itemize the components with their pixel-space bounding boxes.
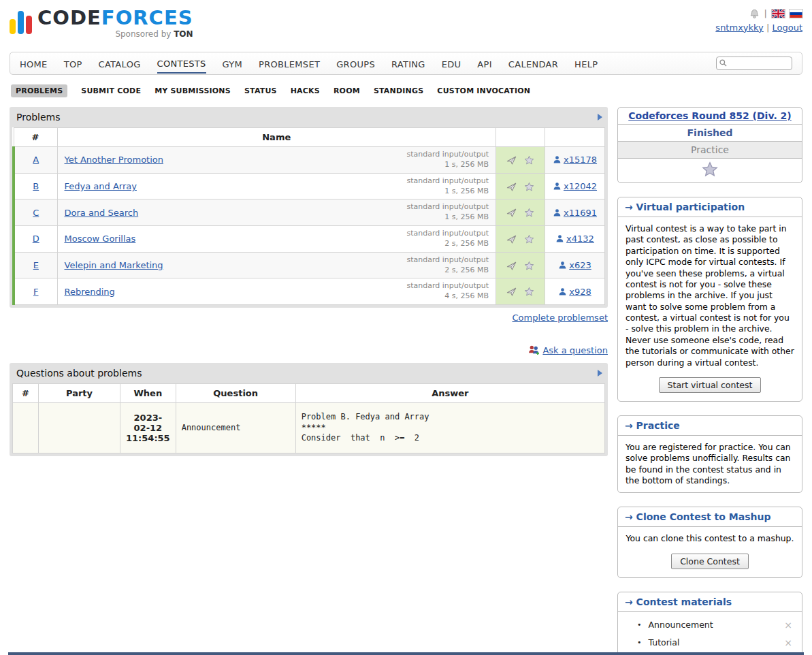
contest-status: Finished xyxy=(618,125,802,142)
table-row: A Yet Another Promotion standard input/o… xyxy=(14,147,605,174)
collapse-arrow-icon[interactable] xyxy=(598,370,602,377)
favorite-contest-star-icon[interactable] xyxy=(702,161,718,178)
nav-item-top[interactable]: TOP xyxy=(64,54,82,73)
favorite-star-icon[interactable] xyxy=(524,208,534,218)
subnav-hacks[interactable]: HACKS xyxy=(291,86,320,95)
problem-constraints: standard input/output1 s, 256 MB xyxy=(406,202,489,223)
language-english-flag-icon[interactable] xyxy=(772,10,785,18)
nav-item-catalog[interactable]: CATALOG xyxy=(99,54,141,73)
virtual-participation-box: → Virtual participation Virtual contest … xyxy=(617,197,802,402)
submit-plane-icon[interactable] xyxy=(506,234,517,244)
close-icon[interactable]: × xyxy=(781,620,795,630)
problem-index-link[interactable]: A xyxy=(33,155,39,165)
problem-name-link[interactable]: Dora and Search xyxy=(65,208,139,218)
solved-person-icon xyxy=(558,261,567,270)
search-icon xyxy=(719,59,728,67)
problem-index-link[interactable]: F xyxy=(33,287,38,297)
list-item: • Announcement × xyxy=(625,616,796,634)
practice-text: You are registered for practice. You can… xyxy=(618,436,802,493)
solved-count-link[interactable]: x12042 xyxy=(564,181,597,191)
subnav-room[interactable]: ROOM xyxy=(334,86,360,95)
subnav-problems[interactable]: PROBLEMS xyxy=(11,84,67,97)
nav-item-contests[interactable]: CONTESTS xyxy=(157,54,206,74)
nav-item-help[interactable]: HELP xyxy=(574,54,598,73)
contest-mode: Practice xyxy=(618,142,802,159)
practice-title: → Practice xyxy=(618,416,802,436)
submit-plane-icon[interactable] xyxy=(506,155,517,165)
favorite-star-icon[interactable] xyxy=(524,234,534,244)
submit-plane-icon[interactable] xyxy=(506,208,517,218)
favorite-star-icon[interactable] xyxy=(524,261,534,271)
question-text: Announcement xyxy=(176,403,295,453)
nav-item-home[interactable]: HOME xyxy=(20,54,48,73)
nav-item-edu[interactable]: EDU xyxy=(442,54,461,73)
clone-mashup-box: → Clone Contest to Mashup You can clone … xyxy=(617,507,802,577)
clone-contest-button[interactable]: Clone Contest xyxy=(671,554,749,569)
question-party xyxy=(39,403,120,453)
material-announcement-link[interactable]: Announcement xyxy=(649,620,782,630)
submit-plane-icon[interactable] xyxy=(506,182,517,192)
table-row: F Rebrending standard input/output4 s, 2… xyxy=(14,278,605,305)
nav-item-problemset[interactable]: PROBLEMSET xyxy=(259,54,320,73)
problem-name-link[interactable]: Fedya and Array xyxy=(65,181,137,191)
nav-item-api[interactable]: API xyxy=(477,54,491,73)
logout-link[interactable]: Logout xyxy=(772,22,802,33)
questions-caption: Questions about problems xyxy=(12,366,605,383)
sponsor-brand[interactable]: TON xyxy=(174,29,193,39)
nav-item-groups[interactable]: GROUPS xyxy=(336,54,375,73)
clone-mashup-text: You can clone this contest to a mashup. xyxy=(618,527,802,550)
separator: | xyxy=(766,22,769,33)
material-tutorial-link[interactable]: Tutorial xyxy=(649,637,782,648)
username-link[interactable]: sntmxykky xyxy=(715,22,763,33)
codeforces-logo[interactable]: CODEFORCES Sponsored by TON xyxy=(10,5,193,39)
main-navigation: HOME TOP CATALOG CONTESTS GYM PROBLEMSET… xyxy=(10,52,802,75)
column-header-question: Question xyxy=(176,384,295,403)
sponsor-line: Sponsored by TON xyxy=(37,29,193,39)
column-header-party: Party xyxy=(39,384,120,403)
language-russian-flag-icon[interactable] xyxy=(790,10,802,18)
subnav-status[interactable]: STATUS xyxy=(244,86,277,95)
table-row: B Fedya and Array standard input/output1… xyxy=(14,173,605,199)
favorite-star-icon[interactable] xyxy=(524,155,534,165)
solved-count-link[interactable]: x15178 xyxy=(564,155,597,165)
submit-plane-icon[interactable] xyxy=(506,261,517,271)
column-header-solved xyxy=(545,128,605,147)
ask-question-link[interactable]: Ask a question xyxy=(542,345,608,355)
nav-item-gym[interactable]: GYM xyxy=(223,54,242,73)
problem-index-link[interactable]: D xyxy=(33,234,39,244)
solved-count-link[interactable]: x11691 xyxy=(564,208,597,218)
start-virtual-contest-button[interactable]: Start virtual contest xyxy=(659,377,762,393)
solved-count-link[interactable]: x4132 xyxy=(566,234,594,244)
complete-problemset-link[interactable]: Complete problemset xyxy=(513,313,608,323)
solved-count-link[interactable]: x928 xyxy=(569,287,591,297)
question-num xyxy=(13,403,39,453)
problem-name-link[interactable]: Velepin and Marketing xyxy=(65,260,163,270)
problem-index-link[interactable]: C xyxy=(33,208,39,218)
problem-constraints: standard input/output4 s, 256 MB xyxy=(406,281,489,302)
favorite-star-icon[interactable] xyxy=(524,287,534,297)
solved-person-icon xyxy=(553,208,562,217)
problem-index-link[interactable]: B xyxy=(33,181,39,191)
subnav-submit-code[interactable]: SUBMIT CODE xyxy=(81,86,141,95)
table-row: E Velepin and Marketing standard input/o… xyxy=(14,252,605,278)
problem-name-link[interactable]: Rebrending xyxy=(65,287,115,297)
problem-index-link[interactable]: E xyxy=(33,260,39,270)
nav-item-rating[interactable]: RATING xyxy=(391,54,425,73)
contest-title-link[interactable]: Codeforces Round 852 (Div. 2) xyxy=(628,110,791,121)
subnav-standings[interactable]: STANDINGS xyxy=(374,86,423,95)
collapse-arrow-icon[interactable] xyxy=(598,114,602,121)
question-when: 2023-02-12 11:54:55 xyxy=(120,403,176,453)
nav-item-calendar[interactable]: CALENDAR xyxy=(508,54,558,73)
submit-plane-icon[interactable] xyxy=(506,287,517,297)
bullet-icon: • xyxy=(637,620,642,629)
subnav-custom-invocation[interactable]: CUSTOM INVOCATION xyxy=(437,86,530,95)
questions-table: # Party When Question Answer 2023-02-12 … xyxy=(12,383,605,453)
notification-bell-icon[interactable] xyxy=(749,9,760,19)
solved-person-icon xyxy=(558,287,567,296)
favorite-star-icon[interactable] xyxy=(524,182,534,192)
close-icon[interactable]: × xyxy=(781,637,795,648)
subnav-my-submissions[interactable]: MY SUBMISSIONS xyxy=(155,86,231,95)
solved-count-link[interactable]: x623 xyxy=(569,260,591,270)
problem-name-link[interactable]: Yet Another Promotion xyxy=(65,155,163,165)
problem-name-link[interactable]: Moscow Gorillas xyxy=(65,234,136,244)
